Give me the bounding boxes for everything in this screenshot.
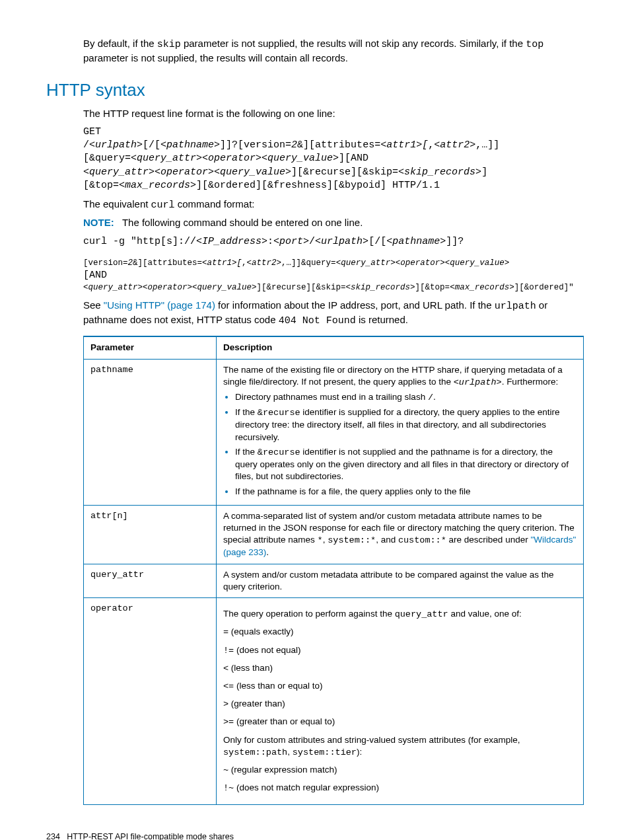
- curl-block-1: curl -g "http[s]://<IP_address>:<port>/<…: [83, 235, 584, 248]
- col-parameter: Parameter: [84, 336, 217, 359]
- using-http-link[interactable]: "Using HTTP" (page 174): [104, 299, 215, 311]
- note-line: NOTE: The following command should be en…: [83, 216, 584, 229]
- http-request-block: GET /<urlpath>[/[<pathname>]]?[version=2…: [83, 126, 584, 192]
- see-paragraph: See "Using HTTP" (page 174) for informat…: [83, 299, 584, 328]
- row-operator: operator The query operation to perform …: [84, 598, 584, 805]
- note-label: NOTE:: [83, 217, 114, 228]
- col-description: Description: [217, 336, 584, 359]
- equiv-line: The equivalent curl command format:: [83, 198, 584, 212]
- row-query-attr: query_attr A system and/or custom metada…: [84, 564, 584, 597]
- section-heading: HTTP syntax: [46, 79, 584, 102]
- http-intro: The HTTP request line format is the foll…: [83, 107, 584, 120]
- row-pathname: pathname The name of the existing file o…: [84, 359, 584, 505]
- curl-block-2: [version=2&][attributes=<attr1>[,<attr2>…: [83, 258, 584, 293]
- row-attr: attr[n] A comma-separated list of system…: [84, 505, 584, 564]
- parameters-table: Parameter Description pathname The name …: [83, 336, 584, 805]
- page-footer: 234 HTTP-REST API file-compatible mode s…: [46, 831, 584, 840]
- intro-paragraph: By default, if the skip parameter is not…: [83, 37, 584, 65]
